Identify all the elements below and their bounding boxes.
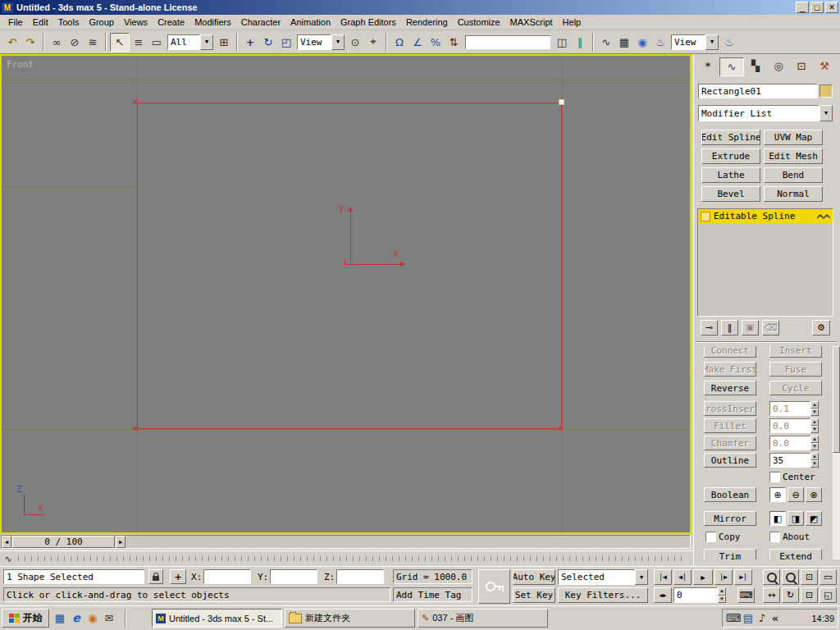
key-filters-button[interactable]: Key Filters... (558, 587, 648, 603)
tray-keyboard-icon[interactable]: ⌨ (726, 609, 741, 627)
internet-explorer-icon[interactable]: e (69, 610, 84, 625)
menu-create[interactable]: Create (153, 17, 189, 27)
select-and-manipulate-icon[interactable]: ⌖ (364, 34, 382, 51)
maximize-button[interactable]: □ (810, 2, 824, 13)
mini-curve-editor-icon[interactable]: ∿ (2, 553, 15, 564)
task-button-3dsmax[interactable]: M Untitled - 3ds max 5 - St... (152, 609, 282, 628)
insert-button[interactable]: Insert (769, 346, 822, 358)
quick-render-icon[interactable]: ♨ (720, 34, 738, 51)
modifier-button-normal[interactable]: Normal (764, 186, 823, 202)
schematic-view-icon[interactable]: ▦ (615, 34, 633, 51)
next-frame-button[interactable]: |▶ (714, 569, 733, 585)
boolean-union-icon[interactable]: ⊕ (769, 487, 786, 502)
redo-icon[interactable]: ↷ (21, 34, 39, 51)
menu-edit[interactable]: Edit (28, 17, 53, 27)
select-object-icon[interactable]: ↖ (110, 33, 130, 52)
arc-rotate-button[interactable]: ↻ (782, 587, 799, 603)
make-unique-icon[interactable]: ▣ (742, 320, 759, 336)
extend-button[interactable]: Extend (769, 549, 822, 559)
align-icon[interactable]: ∥ (571, 34, 589, 51)
render-type-dropdown[interactable]: View ▼ (671, 34, 719, 50)
select-and-scale-icon[interactable]: ◰ (277, 34, 295, 51)
vertex-tick[interactable]: × (133, 97, 138, 107)
menu-graph-editors[interactable]: Graph Editors (336, 17, 401, 27)
auto-key-button[interactable]: Auto Key (513, 569, 555, 585)
key-mode-toggle-button[interactable]: ◀▶ (654, 587, 672, 603)
y-coordinate-field[interactable] (270, 569, 317, 584)
current-frame-field[interactable]: 0 (673, 587, 718, 603)
stack-item-editable-spline[interactable]: Editable Spline (698, 209, 833, 223)
set-key-button[interactable]: Set Key (513, 587, 555, 603)
fillet-value[interactable]: 0.0 (769, 418, 810, 433)
show-desktop-icon[interactable]: ▦ (52, 610, 67, 625)
menu-customize[interactable]: Customize (453, 17, 505, 27)
time-slider-thumb[interactable]: 0 / 100 (12, 536, 115, 548)
play-button[interactable]: ▶ (693, 569, 713, 585)
fillet-spinner[interactable]: ▲▼ (810, 418, 819, 433)
media-player-icon[interactable]: ◉ (85, 610, 100, 625)
go-to-end-button[interactable]: ▶| (734, 569, 752, 585)
remove-modifier-icon[interactable]: ⌫ (762, 320, 779, 336)
zoom-extents-button[interactable]: ⊡ (801, 569, 818, 585)
viewport-front[interactable]: Front × × × Y X Z x (0, 54, 692, 534)
tab-modify[interactable]: ∿ (719, 57, 744, 76)
current-frame-spinner[interactable]: ▲▼ (718, 587, 726, 603)
modifier-button-edit-spline[interactable]: Edit Spline (701, 130, 760, 145)
menu-file[interactable]: File (3, 17, 28, 27)
checkbox-box[interactable] (705, 532, 716, 542)
mirror-icon[interactable]: ◫ (553, 34, 571, 51)
angle-snap-icon[interactable]: ∠ (409, 34, 427, 51)
tab-utilities[interactable]: ⚒ (813, 57, 836, 75)
zoom-all-button[interactable] (782, 569, 799, 585)
reverse-button[interactable]: Reverse (704, 381, 756, 395)
use-pivot-center-icon[interactable]: ⊙ (346, 34, 364, 51)
outline-spinner[interactable]: ▲▼ (810, 453, 819, 468)
tray-collapse-icon[interactable]: « (769, 609, 782, 627)
mail-icon[interactable]: ✉ (102, 610, 116, 625)
undo-icon[interactable]: ↶ (3, 34, 21, 51)
outline-value[interactable]: 35 (769, 453, 810, 468)
window-crossing-icon[interactable]: ⊞ (215, 34, 233, 51)
rect-selection-region-icon[interactable]: ▭ (148, 34, 166, 51)
absolute-offset-mode-button[interactable]: + (170, 569, 186, 584)
tray-input-method-icon[interactable]: ▤ (741, 609, 756, 627)
viewport-label[interactable]: Front (7, 59, 34, 70)
object-name-field[interactable]: Rectangle01 (698, 84, 818, 98)
time-slider-track[interactable]: ◀ 0 / 100 ▶ (1, 535, 691, 549)
tab-display[interactable]: ⊡ (790, 57, 813, 75)
track-bar[interactable]: ∿ (0, 550, 693, 566)
tab-motion[interactable]: ◎ (767, 57, 790, 75)
previous-frame-button[interactable]: ◀| (673, 569, 692, 585)
menu-maxscript[interactable]: MAXScript (505, 17, 558, 27)
vertex-tick[interactable]: × (559, 423, 564, 433)
reference-coordinate-dropdown[interactable]: View ▼ (297, 34, 345, 50)
show-end-result-icon[interactable]: ‖ (721, 320, 738, 336)
close-button[interactable]: × (825, 2, 838, 13)
mirror-vertical-icon[interactable]: ◨ (788, 511, 804, 526)
axis-gizmo[interactable]: Y X (334, 199, 416, 277)
app-icon[interactable]: M (2, 2, 13, 13)
cross-insert-button[interactable]: CrossInsert (704, 401, 756, 416)
keyboard-shortcut-override-button[interactable]: ⌨ (737, 587, 755, 603)
bind-to-space-warp-icon[interactable]: ≋ (84, 34, 102, 51)
task-button-folder[interactable]: 新建文件夹 (285, 609, 415, 628)
modifier-button-bevel[interactable]: Bevel (701, 186, 760, 202)
about-checkbox[interactable]: About (769, 532, 824, 542)
chamfer-value[interactable]: 0.0 (769, 436, 810, 450)
curve-editor-icon[interactable]: ∿ (597, 34, 615, 51)
menu-character[interactable]: Character (236, 17, 285, 27)
zoom-extents-all-button[interactable]: ⊡ (801, 587, 818, 603)
boolean-subtract-icon[interactable]: ⊖ (788, 487, 804, 502)
menu-rendering[interactable]: Rendering (401, 17, 453, 27)
fuse-button[interactable]: Fuse (769, 362, 822, 377)
material-editor-icon[interactable]: ◉ (633, 34, 651, 51)
cross-insert-value[interactable]: 0.1 (769, 401, 810, 416)
start-button[interactable]: 开始 (2, 609, 49, 628)
menu-tools[interactable]: Tools (53, 17, 84, 27)
select-and-link-icon[interactable]: ∞ (48, 34, 66, 51)
add-time-tag[interactable]: Add Time Tag (393, 587, 472, 602)
time-slider-left-arrow[interactable]: ◀ (2, 536, 11, 548)
scrollbar-thumb[interactable] (833, 346, 840, 453)
modifier-button-extrude[interactable]: Extrude (701, 148, 760, 164)
center-checkbox[interactable]: Center (769, 472, 824, 482)
